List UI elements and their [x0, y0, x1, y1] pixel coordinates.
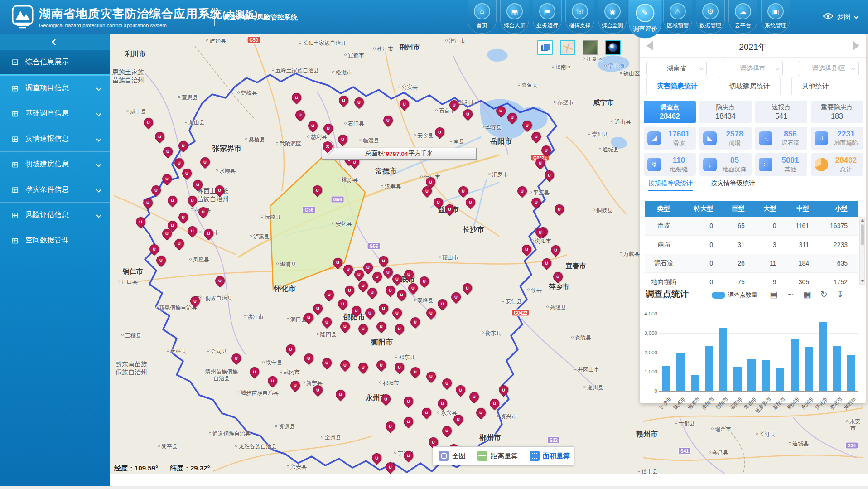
bar-chart-icon[interactable]: ▦	[803, 289, 811, 300]
scrollbar-thumb[interactable]	[861, 224, 864, 245]
cell-value: 1752	[819, 272, 858, 287]
eye-icon[interactable]	[823, 13, 834, 21]
landslide-pin-icon: ∪	[323, 318, 331, 326]
place-dot-icon	[531, 240, 534, 242]
chart-legend[interactable]: 调查点数量	[712, 291, 757, 299]
system-icon: ▣	[767, 3, 784, 19]
panel-tab-1[interactable]: 灾害隐患统计	[646, 77, 708, 95]
bar-长沙市[interactable]	[662, 366, 670, 391]
map-tool-label: 面积量算	[543, 452, 570, 460]
bar-株洲市[interactable]	[676, 353, 685, 391]
nav-tab-label: 云平台	[735, 22, 751, 29]
landslide-pin-icon: ∪	[508, 113, 516, 122]
sidebar-item-8[interactable]: ⊞空间数据管理	[0, 228, 110, 253]
scroll-down-icon[interactable]	[861, 280, 864, 282]
map-tool-3[interactable]: 面积量算	[524, 451, 576, 461]
line-chart-icon[interactable]: ∼	[787, 289, 794, 300]
column-header: 小型	[819, 201, 858, 217]
sidebar-item-7[interactable]: ⊞风险评估信息	[0, 202, 110, 228]
place-dot-icon	[167, 350, 169, 352]
map-label: 隆回县	[317, 331, 337, 338]
bar-张家界市[interactable]	[762, 360, 770, 391]
cell-value: 1161	[786, 217, 819, 235]
street-layer-button[interactable]	[560, 40, 575, 55]
landslide-pin-icon: ∪	[405, 270, 413, 279]
stat-box-调查点[interactable]: 调查点28462	[644, 101, 696, 123]
bar-邵阳市[interactable]	[719, 328, 727, 391]
landslide-pin-icon: ∪	[422, 408, 431, 417]
hazard-text: 28462总计	[832, 156, 863, 174]
bar-永州市[interactable]	[805, 347, 813, 391]
sidebar-item-3[interactable]: ⊞基础调查信息	[0, 101, 110, 126]
scale-level-table: 类型特大型巨型大型中型小型滑坡0650116116375崩塌0313311223…	[645, 201, 858, 287]
next-year-button[interactable]	[853, 41, 859, 51]
refresh-icon[interactable]: ↻	[820, 289, 828, 300]
data-view-icon[interactable]: ▤	[770, 289, 778, 300]
table-row: 泥石流02611184635	[645, 254, 858, 272]
bar-衡阳市[interactable]	[705, 346, 713, 391]
bar-岳阳市[interactable]	[733, 367, 742, 391]
map-label: 井冈山市	[574, 366, 599, 373]
layers-button[interactable]	[537, 40, 553, 55]
user-menu[interactable]: 梦图	[823, 13, 858, 21]
map-tool-1[interactable]: 全图	[433, 451, 472, 461]
stat-box-隐患点[interactable]: 隐患点18434	[699, 101, 752, 123]
subtab-2[interactable]: 按灾情等级统计	[711, 179, 755, 191]
stat-box-速报点[interactable]: 速报点541	[755, 101, 807, 123]
chevron-down-icon[interactable]	[854, 14, 858, 19]
sidebar-item-4[interactable]: ⊞灾情速报信息	[0, 126, 110, 151]
place-dot-icon	[789, 442, 791, 445]
map-label: 永安市	[846, 418, 861, 432]
sidebar-item-2[interactable]: ⊞调查项目信息	[0, 75, 110, 101]
bar-郴州市[interactable]	[791, 339, 799, 391]
nav-tab-6[interactable]: ✎调查评价	[629, 0, 662, 38]
bar-怀化市[interactable]	[819, 322, 827, 391]
bar-湘潭市[interactable]	[691, 375, 699, 391]
region-select-2[interactable]: 请选择市	[723, 61, 783, 76]
region-select-1[interactable]: 湖南省	[646, 61, 707, 76]
grid-line	[659, 353, 858, 353]
stat-box-重要隐患点[interactable]: 重要隐患点183	[811, 101, 863, 123]
nav-tab-4[interactable]: ☏指挥支撑	[565, 0, 594, 34]
nav-tab-9[interactable]: ☁云平台	[728, 0, 757, 34]
download-icon[interactable]: ↧	[837, 289, 844, 300]
sidebar-item-5[interactable]: ⊞切坡建房信息	[0, 151, 110, 177]
nav-tab-5[interactable]: ◉综合监测	[598, 0, 627, 34]
sidebar-collapse-button[interactable]	[0, 34, 110, 50]
nav-tab-7[interactable]: ⚠区域预警	[663, 0, 692, 34]
landslide-pin-icon: ∪	[201, 158, 209, 166]
globe-layer-button[interactable]	[605, 40, 621, 55]
landslide-pin-icon: ∪	[168, 221, 177, 230]
region-select-3[interactable]: 请选择县/区	[799, 61, 859, 76]
bar-常德市[interactable]	[747, 359, 756, 391]
nav-tab-1[interactable]: ⌂首页	[468, 0, 497, 34]
landslide-pin-icon: ∪	[345, 286, 354, 295]
landslide-pin-icon: ∪	[435, 128, 444, 136]
nav-tab-2[interactable]: ▦综合大屏	[500, 0, 529, 34]
stat-label: 隐患点	[716, 103, 735, 111]
sidebar-item-6[interactable]: ⊞孕灾条件信息	[0, 177, 110, 202]
bar-益阳市[interactable]	[776, 368, 784, 391]
scroll-up-icon[interactable]	[861, 219, 864, 222]
sidebar-item-1[interactable]: ⊡综合信息展示	[0, 50, 110, 75]
subtab-1[interactable]: 按规模等级统计	[648, 179, 693, 191]
cell-value: 31	[723, 235, 755, 254]
cell-value: 26	[723, 254, 755, 272]
landslide-pin-icon: ∪	[427, 309, 435, 317]
table-scrollbar[interactable]	[859, 217, 865, 285]
nav-tab-8[interactable]: ⚙数据管理	[696, 0, 725, 34]
place-dot-icon	[191, 208, 193, 211]
nav-tab-3[interactable]: ▤业务运行	[533, 0, 562, 34]
full-extent-icon	[439, 451, 449, 461]
map-label: 宜都市	[344, 52, 364, 59]
panel-tab-2[interactable]: 切坡建房统计	[719, 77, 781, 95]
bar-娄底市[interactable]	[833, 346, 841, 391]
table-icon: ⊞	[10, 109, 20, 119]
map-label: 炎陵县	[571, 334, 591, 341]
nav-tab-10[interactable]: ▣系统管理	[761, 0, 790, 34]
map-tool-2[interactable]: 距离量算	[472, 451, 524, 461]
cell-value: 11	[755, 254, 786, 272]
satellite-layer-button[interactable]	[583, 40, 598, 55]
panel-tab-3[interactable]: 其他统计	[791, 77, 839, 95]
bar-湘西州[interactable]	[847, 355, 855, 391]
